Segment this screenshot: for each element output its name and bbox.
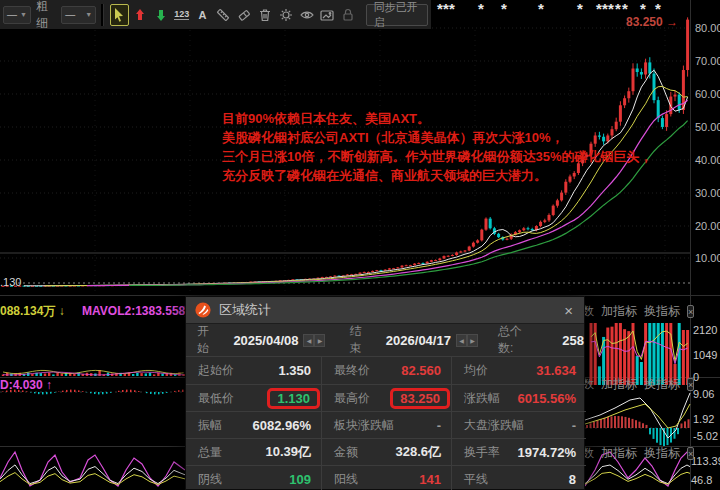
text-tool-button[interactable]: A	[193, 4, 212, 26]
chevron-down-icon: ▼	[85, 11, 92, 18]
stat-cell: 换手率1974.72%	[451, 438, 586, 465]
count-label: 总个数:	[498, 323, 536, 357]
draw-down-arrow-button[interactable]	[151, 4, 170, 26]
eraser-tool-button[interactable]	[235, 4, 254, 26]
stat-label: 阳线	[334, 471, 358, 488]
stat-value-highlighted: 83.250	[390, 388, 450, 409]
stat-label: 起始价	[198, 362, 234, 379]
text-icon: A	[199, 9, 207, 21]
chevron-down-icon: ▼	[20, 11, 27, 18]
pane-tab[interactable]: 换指标	[644, 303, 680, 320]
right-arrow-icon: →	[666, 15, 678, 29]
pane-tab[interactable]: 加指标	[601, 376, 637, 393]
ruler-tool-button[interactable]	[214, 4, 233, 26]
event-marker-icon[interactable]: *	[449, 1, 455, 16]
start-date-prev-button[interactable]: ◀	[303, 334, 314, 347]
pane-close-button[interactable]: ×	[687, 305, 694, 318]
stat-value: 8	[569, 472, 576, 487]
stat-value: 82.560	[401, 363, 441, 378]
lowest-price-label: .130	[0, 276, 21, 288]
numbers-icon: 123	[174, 9, 189, 20]
stat-value: 31.634	[536, 363, 576, 378]
drawing-toolbar: — ▼ 粗细 — ▼ 123 A	[0, 0, 432, 30]
stat-cell: 阳线141	[321, 465, 451, 490]
draw-up-arrow-button[interactable]	[131, 4, 150, 26]
start-date-value: 2025/04/08	[233, 333, 298, 348]
settings-tool-button[interactable]	[276, 4, 295, 26]
start-date-next-button[interactable]: ▶	[314, 334, 325, 347]
event-marker-icon[interactable]: *	[596, 1, 602, 16]
event-marker-icon[interactable]: *	[655, 1, 661, 16]
lock-tool-button[interactable]	[339, 4, 358, 26]
stat-cell: 起始价1.350	[186, 357, 321, 384]
event-marker-icon[interactable]: *	[478, 1, 484, 16]
event-marker-icon[interactable]: *	[501, 1, 507, 16]
ruler-icon	[215, 7, 231, 23]
stat-cell: 板块涨跌幅-	[321, 411, 451, 438]
stat-cell: 大盘涨跌幅-	[451, 411, 586, 438]
app-logo-icon	[195, 302, 211, 318]
line-style-select[interactable]: — ▼	[3, 6, 31, 24]
trash-tool-button[interactable]	[256, 4, 275, 26]
count-value: 258	[562, 333, 584, 348]
line-style-value: —	[7, 10, 17, 20]
event-marker-icon[interactable]: *	[538, 1, 544, 16]
screenshot-tool-button[interactable]	[318, 4, 337, 26]
stat-value: 6082.96%	[252, 418, 311, 433]
pane-close-button[interactable]: ×	[687, 378, 694, 391]
event-marker-icon[interactable]: *	[602, 1, 608, 16]
stat-value: 1.350	[278, 363, 311, 378]
pane-tab[interactable]: 加指标	[601, 303, 637, 320]
dialog-header[interactable]: 区域统计 ×	[186, 297, 584, 324]
visibility-tool-button[interactable]	[297, 4, 316, 26]
stat-label: 总量	[198, 444, 222, 461]
dialog-title: 区域统计	[219, 301, 271, 319]
dialog-close-button[interactable]: ×	[562, 303, 575, 318]
stat-cell: 阴线109	[186, 465, 321, 490]
event-marker-icon[interactable]: *	[443, 1, 449, 16]
pointer-tool-button[interactable]	[110, 4, 129, 26]
stat-cell: 最低价1.130	[186, 384, 321, 411]
pane-tab[interactable]: 换指标	[644, 445, 680, 462]
macd-right-layer	[585, 393, 690, 446]
event-marker-icon[interactable]: *	[608, 1, 614, 16]
app-window: 80.0070.0060.0050.0040.0030.0020.0010.00…	[0, 0, 720, 490]
stat-label: 平线	[464, 471, 488, 488]
stat-value: -	[572, 418, 576, 433]
highest-price-value: 83.250	[626, 15, 663, 29]
stat-value: 1974.72%	[517, 445, 576, 460]
annotation-line: 充分反映了磷化铟在光通信、商业航天领域的巨大潜力。	[222, 166, 652, 185]
event-marker-icon[interactable]: *	[622, 1, 628, 16]
stat-value-highlighted: 1.130	[267, 388, 320, 409]
annotation-line: 目前90%依赖日本住友、美国AXT。	[222, 109, 652, 128]
event-marker-icon[interactable]: *	[437, 1, 443, 16]
stat-label: 最终价	[334, 362, 370, 379]
end-date-prev-button[interactable]: ◀	[456, 334, 467, 347]
stat-label: 最高价	[334, 390, 370, 407]
stat-label: 换手率	[464, 444, 500, 461]
stat-cell: 总量10.39亿	[186, 438, 321, 465]
stat-label: 涨跌幅	[464, 390, 500, 407]
stat-label: 大盘涨跌幅	[464, 417, 524, 434]
stat-label: 金额	[334, 444, 358, 461]
pane-tab[interactable]: 加指标	[601, 445, 637, 462]
end-date-next-button[interactable]: ▶	[467, 334, 478, 347]
event-marker-icon[interactable]: *	[577, 1, 583, 16]
pane-close-button[interactable]: ×	[687, 447, 694, 460]
eye-icon	[299, 7, 315, 23]
end-label: 结束	[349, 323, 372, 357]
eraser-icon	[236, 7, 252, 23]
stats-grid: 起始价1.350最终价82.560均价31.634最低价1.130最高价83.2…	[186, 357, 584, 490]
thickness-select[interactable]: — ▼	[61, 6, 96, 24]
numbers-tool-button[interactable]: 123	[172, 4, 191, 26]
event-marker-icon[interactable]: *	[640, 1, 646, 16]
lock-icon	[340, 7, 356, 23]
pane-tab[interactable]: 换指标	[644, 376, 680, 393]
event-marker-icon[interactable]: *	[615, 1, 621, 16]
pane-toolbar: 参数加指标换指标×	[570, 304, 694, 318]
stat-cell: 均价31.634	[451, 357, 586, 384]
stat-label: 振幅	[198, 417, 222, 434]
sync-toggle-button[interactable]: 同步已开启	[366, 4, 428, 26]
gear-icon	[278, 7, 294, 23]
stat-label: 最低价	[198, 390, 234, 407]
